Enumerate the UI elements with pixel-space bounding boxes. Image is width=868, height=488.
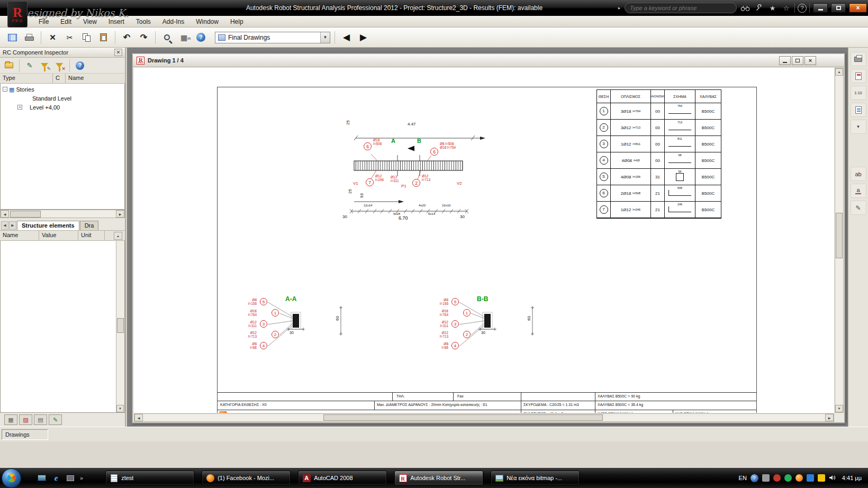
tray-antivirus-icon[interactable] [773,474,781,482]
scroll-left-button[interactable]: ◀ [1,210,9,218]
drawing-horizontal-scrollbar[interactable]: ◀ ▶ [134,413,834,422]
bottom-tab-edit[interactable]: ✎ [49,414,62,425]
bottom-tab-list[interactable]: ▤ [34,414,47,425]
delete-button[interactable]: ✕ [46,30,60,44]
collapse-expander-icon[interactable]: - [3,87,7,92]
inspector-help-button[interactable]: ? [74,59,86,72]
menu-item[interactable]: Help [224,16,249,27]
tabs-scroll-left-button[interactable]: ◀ [1,221,8,230]
print-button[interactable] [22,30,37,44]
column-header-c[interactable]: C [53,74,66,83]
layout-selector[interactable]: Final Drawings ▼ [215,32,330,43]
language-indicator[interactable]: EN [739,475,747,481]
tab-structure-elements[interactable]: Structure elements [17,221,79,230]
tray-firefox-icon[interactable] [795,474,803,482]
annotate-button[interactable]: ✎ [851,201,866,215]
scroll-thumb[interactable] [323,414,603,421]
copy-button[interactable] [79,30,94,44]
child-restore-button[interactable] [792,56,803,65]
edit-button[interactable]: ✎ [23,59,36,72]
tray-volume-icon[interactable] [829,474,836,482]
expand-expander-icon[interactable]: + [17,105,22,110]
print-drawing-button[interactable] [851,52,866,66]
tree-label[interactable]: Level +4,00 [30,104,60,111]
tray-keyboard-icon[interactable] [762,474,770,482]
communication-wrench-icon[interactable] [753,3,764,13]
filter-clear-button[interactable]: ✕ [53,59,66,72]
search-binoculars-icon[interactable] [739,3,751,13]
column-header-unit[interactable]: Unit [78,231,105,240]
bottom-tab-filter[interactable]: ▨ [19,414,32,425]
column-header-name[interactable]: Name [0,231,39,240]
scroll-right-button[interactable]: ▶ [825,414,834,421]
menu-item[interactable]: Window [190,16,224,27]
show-desktop-button[interactable] [37,474,47,482]
tree-label[interactable]: Stories [16,86,34,93]
display-options-button[interactable]: ▦m [177,30,191,44]
page-setup-button[interactable] [851,69,866,83]
menu-item[interactable]: Add-Ins [157,16,190,27]
scroll-thumb[interactable] [10,211,41,218]
infocenter-collapse-icon[interactable]: ▸ [617,5,622,11]
scroll-right-button[interactable]: ▶ [116,210,124,218]
tray-display-icon[interactable] [807,474,814,482]
tray-agent-icon[interactable] [784,474,792,482]
quick-launch-overflow-button[interactable]: » [80,475,83,481]
taskbar-button-robot[interactable]: R Autodesk Robot Str... [394,471,483,485]
menu-item[interactable]: Tools [130,16,157,27]
zoom-button[interactable] [160,30,174,44]
view-manager-button[interactable] [5,30,20,44]
scale-button[interactable]: 1:10 [851,86,866,100]
menu-item[interactable]: File [33,16,55,27]
layout-dropdown-button[interactable]: ▼ [320,32,330,43]
minimize-button[interactable] [813,3,828,13]
scroll-down-button[interactable]: ▼ [835,405,843,412]
favorites-add-icon[interactable]: ★ [767,3,778,13]
tree-label[interactable]: Standard Level [32,95,71,102]
drawing-window-titlebar[interactable]: RPRO Drawing 1 / 4 × [133,54,844,67]
menu-item[interactable]: View [77,16,103,27]
scroll-down-button[interactable]: ▼ [116,405,124,412]
text-label-button[interactable]: ab [851,167,866,181]
tabs-scroll-right-button[interactable]: ▶ [9,221,16,230]
scroll-left-button[interactable]: ◀ [134,414,143,421]
help-icon[interactable]: ? [798,4,807,13]
undo-button[interactable]: ↶ [120,30,134,44]
paste-button[interactable] [96,30,111,44]
taskbar-button-autocad[interactable]: A AutoCAD 2008 [298,471,387,485]
redo-button[interactable]: ↷ [137,30,151,44]
search-input[interactable] [630,5,731,11]
taskbar-button-firefox[interactable]: (1) Facebook - Mozi... [202,471,291,485]
internet-explorer-button[interactable]: e [51,474,61,482]
scroll-thumb[interactable] [836,213,843,258]
child-minimize-button[interactable] [779,56,791,65]
menu-item[interactable]: Edit [55,16,77,27]
column-header-value[interactable]: Value [39,231,78,240]
close-button[interactable]: × [849,3,867,13]
tree-row-level-4[interactable]: + Level +4,00 [1,103,124,112]
open-folder-button[interactable] [3,59,15,72]
property-vertical-scrollbar[interactable]: ▼ [116,241,124,412]
tree-row-standard-level[interactable]: Standard Level [1,94,124,103]
taskbar-button-ztest[interactable]: ztest [105,471,194,485]
text-edit-button[interactable]: a [851,184,866,198]
taskbar-button-bitmap[interactable]: Νέα εικόνα bitmap -... [491,471,580,485]
window-switcher-button[interactable] [66,474,75,482]
tray-help-icon[interactable]: ? [751,474,758,482]
previous-layout-button[interactable]: ◀ [339,30,354,44]
maximize-button[interactable] [831,3,846,13]
next-layout-button[interactable]: ▶ [356,30,370,44]
scroll-up-button[interactable]: ▲ [835,68,843,76]
bottom-tab-grid[interactable]: ▦ [4,414,17,425]
favorites-icon[interactable]: ☆ [781,3,792,13]
start-button[interactable] [2,468,21,488]
taskbar-clock[interactable]: 4:41 μμ [842,475,862,481]
menu-item[interactable]: Insert [103,16,130,27]
cut-button[interactable]: ✂ [62,30,77,44]
column-header-name[interactable]: Name [66,74,125,83]
drawing-vertical-scrollbar[interactable]: ▲ ▼ [835,68,844,413]
inspector-close-button[interactable]: ✕ [114,49,122,56]
online-help-button[interactable]: ? [194,30,208,44]
tree-horizontal-scrollbar[interactable]: ◀ ▶ [0,210,125,218]
drawing-canvas[interactable]: 4.47 25 6 Ø18l=508 A B 6 Ø8 l=508Ø18 l=7… [134,68,834,413]
